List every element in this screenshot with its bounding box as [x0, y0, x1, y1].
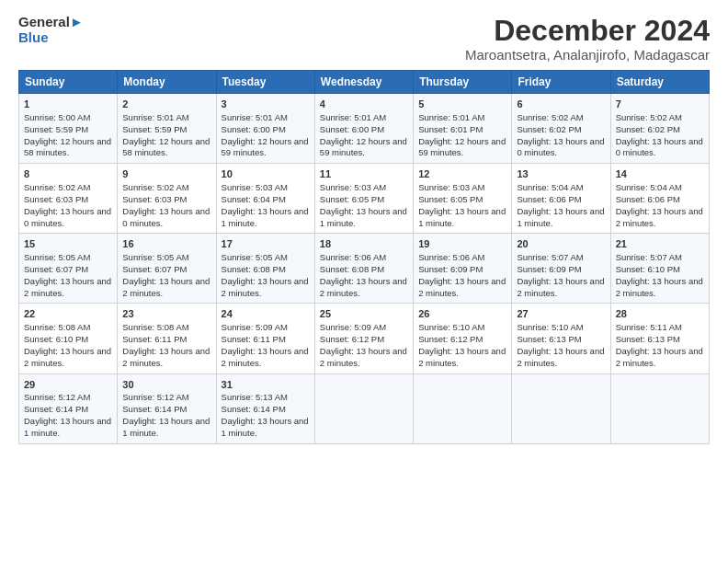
table-row: 14Sunrise: 5:04 AMSunset: 6:06 PMDayligh… [610, 164, 709, 234]
table-row: 16Sunrise: 5:05 AMSunset: 6:07 PMDayligh… [118, 234, 216, 304]
sunrise-text: Sunrise: 5:13 AM [222, 392, 288, 402]
day-number: 28 [616, 307, 704, 321]
subtitle: Maroantsetra, Analanjirofo, Madagascar [465, 47, 710, 63]
daylight-text: Daylight: 13 hours and 0 minutes. [616, 136, 703, 158]
daylight-text: Daylight: 12 hours and 58 minutes. [24, 136, 111, 158]
table-row: 6Sunrise: 5:02 AMSunset: 6:02 PMDaylight… [512, 94, 610, 164]
table-row: 24Sunrise: 5:09 AMSunset: 6:11 PMDayligh… [216, 304, 314, 373]
sunrise-text: Sunrise: 5:08 AM [122, 322, 188, 332]
day-number: 14 [616, 167, 704, 181]
sunrise-text: Sunrise: 5:03 AM [222, 182, 288, 192]
day-number: 27 [517, 307, 605, 321]
sunset-text: Sunset: 5:59 PM [24, 124, 88, 134]
daylight-text: Daylight: 13 hours and 2 minutes. [616, 276, 703, 298]
daylight-text: Daylight: 13 hours and 0 minutes. [24, 206, 111, 228]
col-tuesday: Tuesday [216, 71, 314, 94]
sunset-text: Sunset: 6:08 PM [320, 264, 384, 274]
table-row: 31Sunrise: 5:13 AMSunset: 6:14 PMDayligh… [216, 373, 314, 443]
day-number: 29 [24, 378, 112, 392]
title-block: December 2024 Maroantsetra, Analanjirofo… [465, 15, 710, 63]
table-row: 30Sunrise: 5:12 AMSunset: 6:14 PMDayligh… [118, 373, 216, 443]
day-number: 17 [222, 237, 310, 251]
table-row [610, 373, 709, 443]
day-number: 5 [418, 98, 506, 111]
table-row: 15Sunrise: 5:05 AMSunset: 6:07 PMDayligh… [19, 234, 118, 304]
sunset-text: Sunset: 6:11 PM [122, 334, 187, 344]
sunrise-text: Sunrise: 5:04 AM [517, 182, 583, 192]
day-number: 9 [122, 167, 210, 181]
day-number: 23 [122, 307, 210, 321]
table-row: 4Sunrise: 5:01 AMSunset: 6:00 PMDaylight… [314, 94, 413, 164]
col-saturday: Saturday [610, 71, 709, 94]
day-number: 4 [320, 98, 408, 111]
daylight-text: Daylight: 13 hours and 1 minute. [320, 206, 407, 228]
sunrise-text: Sunrise: 5:12 AM [122, 392, 188, 402]
sunrise-text: Sunrise: 5:03 AM [320, 182, 386, 192]
daylight-text: Daylight: 13 hours and 1 minute. [517, 206, 604, 228]
daylight-text: Daylight: 13 hours and 2 minutes. [222, 276, 309, 298]
sunrise-text: Sunrise: 5:05 AM [24, 252, 90, 262]
sunset-text: Sunset: 6:14 PM [122, 404, 187, 414]
sunrise-text: Sunrise: 5:11 AM [616, 322, 682, 332]
daylight-text: Daylight: 13 hours and 2 minutes. [418, 276, 506, 298]
sunset-text: Sunset: 6:05 PM [418, 194, 483, 204]
table-row: 17Sunrise: 5:05 AMSunset: 6:08 PMDayligh… [216, 234, 314, 304]
calendar-week-4: 29Sunrise: 5:12 AMSunset: 6:14 PMDayligh… [19, 373, 710, 443]
daylight-text: Daylight: 13 hours and 2 minutes. [122, 346, 210, 368]
sunrise-text: Sunrise: 5:06 AM [320, 252, 386, 262]
daylight-text: Daylight: 13 hours and 2 minutes. [320, 276, 407, 298]
sunrise-text: Sunrise: 5:09 AM [320, 322, 386, 332]
sunset-text: Sunset: 6:10 PM [616, 264, 680, 274]
day-number: 6 [517, 98, 605, 111]
main-title: December 2024 [465, 15, 710, 47]
table-row: 11Sunrise: 5:03 AMSunset: 6:05 PMDayligh… [314, 164, 413, 234]
page-container: General► Blue December 2024 Maroantsetra… [0, 0, 728, 455]
table-row: 29Sunrise: 5:12 AMSunset: 6:14 PMDayligh… [19, 373, 118, 443]
daylight-text: Daylight: 13 hours and 0 minutes. [517, 136, 604, 158]
sunset-text: Sunset: 6:00 PM [320, 124, 384, 134]
table-row: 5Sunrise: 5:01 AMSunset: 6:01 PMDaylight… [414, 94, 512, 164]
daylight-text: Daylight: 13 hours and 2 minutes. [122, 276, 210, 298]
sunrise-text: Sunrise: 5:03 AM [418, 182, 484, 192]
sunrise-text: Sunrise: 5:02 AM [24, 182, 90, 192]
day-number: 1 [24, 98, 112, 111]
table-row: 28Sunrise: 5:11 AMSunset: 6:13 PMDayligh… [610, 304, 709, 373]
day-number: 3 [222, 98, 310, 111]
daylight-text: Daylight: 13 hours and 1 minute. [222, 416, 309, 438]
sunset-text: Sunset: 6:09 PM [418, 264, 483, 274]
sunrise-text: Sunrise: 5:02 AM [122, 182, 188, 192]
calendar-table: Sunday Monday Tuesday Wednesday Thursday… [18, 70, 710, 443]
table-row: 3Sunrise: 5:01 AMSunset: 6:00 PMDaylight… [216, 94, 314, 164]
sunset-text: Sunset: 6:02 PM [517, 124, 581, 134]
day-number: 16 [122, 237, 210, 251]
sunrise-text: Sunrise: 5:02 AM [517, 112, 583, 122]
daylight-text: Daylight: 13 hours and 2 minutes. [616, 346, 703, 368]
daylight-text: Daylight: 13 hours and 2 minutes. [616, 206, 703, 228]
sunset-text: Sunset: 6:01 PM [418, 124, 483, 134]
sunrise-text: Sunrise: 5:01 AM [418, 112, 484, 122]
daylight-text: Daylight: 13 hours and 2 minutes. [320, 346, 407, 368]
col-sunday: Sunday [19, 71, 118, 94]
day-number: 30 [122, 378, 210, 392]
sunset-text: Sunset: 6:12 PM [418, 334, 483, 344]
sunrise-text: Sunrise: 5:07 AM [616, 252, 682, 262]
calendar-week-0: 1Sunrise: 5:00 AMSunset: 5:59 PMDaylight… [19, 94, 710, 164]
sunrise-text: Sunrise: 5:00 AM [24, 112, 90, 122]
calendar-week-2: 15Sunrise: 5:05 AMSunset: 6:07 PMDayligh… [19, 234, 710, 304]
table-row: 23Sunrise: 5:08 AMSunset: 6:11 PMDayligh… [118, 304, 216, 373]
table-row: 25Sunrise: 5:09 AMSunset: 6:12 PMDayligh… [314, 304, 413, 373]
daylight-text: Daylight: 13 hours and 1 minute. [222, 206, 309, 228]
sunrise-text: Sunrise: 5:01 AM [320, 112, 386, 122]
sunset-text: Sunset: 6:13 PM [517, 334, 581, 344]
day-number: 12 [418, 167, 506, 181]
col-monday: Monday [118, 71, 216, 94]
sunset-text: Sunset: 6:14 PM [24, 404, 88, 414]
header-row: Sunday Monday Tuesday Wednesday Thursday… [19, 71, 710, 94]
sunrise-text: Sunrise: 5:05 AM [222, 252, 288, 262]
daylight-text: Daylight: 12 hours and 59 minutes. [222, 136, 309, 158]
day-number: 25 [320, 307, 408, 321]
daylight-text: Daylight: 13 hours and 2 minutes. [24, 346, 111, 368]
sunset-text: Sunset: 5:59 PM [122, 124, 187, 134]
sunset-text: Sunset: 6:06 PM [616, 194, 680, 204]
daylight-text: Daylight: 13 hours and 2 minutes. [418, 346, 506, 368]
